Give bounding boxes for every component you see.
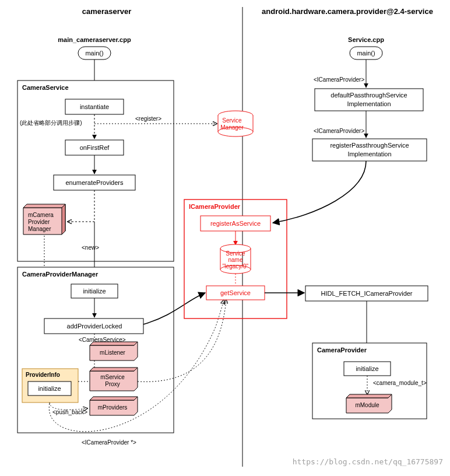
rp2: Implementation [347,150,391,158]
enumerate: enumerateProviders [65,179,124,186]
rp1: registerPassthroughService [330,142,409,149]
cs-note: (此处省略部分调用步骤) [20,120,82,126]
hidlfetch: HIDL_FETCH_ICameraProvider [321,290,412,297]
svg-marker-19 [346,394,392,398]
icp-name: ICameraProvider [189,203,241,210]
cp-name: CameraProvider [317,346,367,354]
dp1: defaultPassthroughService [331,92,407,99]
registerasservice: registerAsService [210,220,261,227]
watermark-text: https://blog.csdn.net/qq_16775897 [293,457,443,466]
svcname3: "legacy/0" [223,263,249,270]
cpm-init: initialize [83,288,106,295]
cpm-name: CameraProviderManager [22,271,99,278]
svg-marker-1 [23,204,65,208]
icp-star: <ICameraProvider *> [82,439,136,446]
svcmgr2: Manager [220,124,244,131]
instantiate: instantiate [80,103,109,110]
addproviderlocked: addProviderLocked [67,323,122,330]
dp2: Implementation [347,100,391,107]
servicemanager-cyl [218,111,253,136]
right-file: Service.cpp [348,36,384,43]
svcmgr1: Service [222,117,242,124]
svg-marker-2 [62,204,65,235]
mlistener: mListener [100,349,126,356]
onfirstref: onFirstRef [80,144,110,151]
cs-name: CameraService [22,84,69,91]
msp1: mService [100,374,125,380]
icp-lbl1: <ICameraProvider> [314,76,364,83]
mcpm1: mCamera [28,212,54,218]
icp-lbl2: <ICameraProvider> [314,128,364,134]
svg-marker-4 [90,342,138,345]
mmodule: mModule [355,402,379,408]
pi-init: initialize [38,385,61,392]
svg-marker-8 [90,397,138,400]
right-main: main() [357,50,375,57]
left-file: main_cameraserver.cpp [58,36,131,43]
svcname2: name [228,257,242,263]
right-title: android.hardware.camera.provider@2.4-ser… [262,7,433,16]
svcname1: Service [226,250,245,257]
pi-name: ProviderInfo [26,372,60,378]
cp-init: initialize [356,365,378,372]
mcpm3: Manager [28,226,51,232]
new-lbl: <new> [82,244,99,251]
register-lbl: <register> [135,116,161,122]
mproviders: mProviders [98,404,128,411]
getservice: getService [220,289,251,296]
left-main: main() [85,50,103,57]
cmt: <camera_module_t> [373,380,427,386]
mcpm2: Provider [28,219,50,225]
msp2: Proxy [105,381,120,387]
left-title: cameraserver [82,7,132,16]
svg-marker-6 [90,368,138,371]
